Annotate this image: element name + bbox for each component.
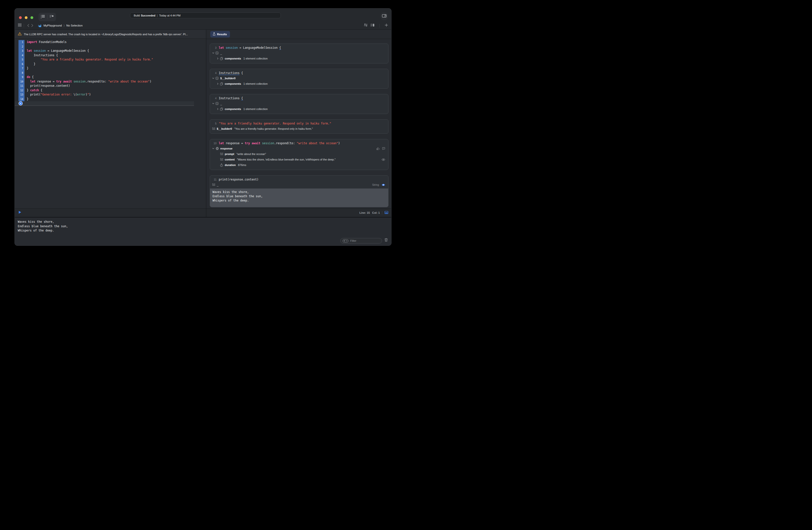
code-token: await bbox=[252, 142, 261, 145]
code-token: } bbox=[27, 67, 29, 70]
code-text: "You are a friendly haiku generator. Res… bbox=[25, 57, 153, 62]
inspector-toggle-button[interactable] bbox=[380, 12, 388, 20]
card-row-detail: "Waves kiss the shore, \nEndless blue be… bbox=[237, 158, 335, 161]
zoom-button[interactable] bbox=[30, 16, 33, 19]
card-row-label: prompt bbox=[225, 153, 234, 156]
console-filter-field[interactable] bbox=[340, 238, 382, 244]
sparkle-list-button[interactable] bbox=[47, 13, 56, 21]
list-navigator-button[interactable] bbox=[39, 13, 47, 21]
console-filter-input[interactable] bbox=[350, 239, 380, 242]
gutter-line-number[interactable]: 2 bbox=[18, 44, 25, 49]
thumbs-up-icon[interactable] bbox=[377, 147, 380, 150]
disclosure-chevron-right-icon[interactable] bbox=[217, 83, 220, 85]
swap-editors-button[interactable] bbox=[364, 23, 368, 28]
disclosure-chevron-right-icon[interactable] bbox=[217, 57, 220, 60]
add-editor-button[interactable] bbox=[385, 23, 388, 28]
disclosure-chevron-right-icon[interactable] bbox=[217, 108, 220, 110]
feedback-icon[interactable] bbox=[382, 147, 385, 150]
warning-text: The LLDB RPC server has crashed. The cra… bbox=[24, 33, 188, 36]
gutter-line-number[interactable]: 6 bbox=[18, 62, 25, 67]
card-row[interactable]: content"Waves kiss the shore, \nEndless … bbox=[210, 157, 388, 162]
gutter-line-number[interactable]: 10 bbox=[18, 80, 25, 84]
results-pane: Results 3let session = LanguageModelSess… bbox=[206, 30, 391, 217]
related-items-button[interactable] bbox=[18, 23, 21, 28]
code-token: ) bbox=[89, 93, 91, 96]
card-line-number: 4 bbox=[212, 96, 217, 101]
main-content: The LLDB RPC server has crashed. The cra… bbox=[15, 30, 391, 217]
card-row[interactable]: prompt"write about the occean" bbox=[210, 151, 388, 157]
close-button[interactable] bbox=[19, 16, 22, 19]
results-tab[interactable]: Results bbox=[210, 31, 230, 38]
string-value-icon bbox=[220, 158, 225, 161]
disclosure-chevron-down-icon[interactable] bbox=[212, 102, 216, 105]
disclosure-chevron-down-icon[interactable] bbox=[212, 147, 216, 150]
card-code-text: Instructions { bbox=[219, 96, 243, 101]
results-card-list: 3let session = LanguageModelSession {S_c… bbox=[206, 39, 391, 208]
card-row[interactable]: S_ bbox=[210, 101, 388, 106]
editor-options-button[interactable] bbox=[371, 23, 375, 28]
code-token: print(response.content) bbox=[219, 178, 259, 181]
code-line: 10 let response = try await session.resp… bbox=[15, 80, 206, 84]
quicklook-eye-icon[interactable] bbox=[381, 158, 385, 161]
disclosure-chevron-down-icon[interactable] bbox=[212, 77, 216, 80]
result-card: 11print(response.content)_StringWaves ki… bbox=[210, 175, 389, 207]
type-s-icon: S bbox=[216, 102, 220, 105]
card-row[interactable]: duration876ms bbox=[210, 162, 388, 168]
card-row[interactable]: components1 element collection bbox=[210, 56, 388, 61]
results-tab-bar: Results bbox=[206, 30, 391, 39]
activity-status-pill[interactable]: Build Succeeded | Today at 4:44 PM bbox=[130, 13, 281, 18]
gutter-line-number[interactable]: 9 bbox=[18, 75, 25, 80]
card-row[interactable]: S_ bbox=[210, 50, 388, 56]
collection-icon bbox=[220, 108, 225, 111]
gutter-line-number[interactable]: 4 bbox=[18, 53, 25, 58]
code-token: "You are a friendly haiku generator. Res… bbox=[219, 122, 331, 125]
code-text: } bbox=[25, 66, 29, 71]
code-token: FoundationModels bbox=[37, 40, 67, 44]
code-token: } bbox=[27, 88, 30, 92]
gutter-line-number[interactable]: 12 bbox=[18, 88, 25, 93]
code-token: .respond(to: bbox=[274, 142, 297, 145]
source-editor[interactable]: 1import FoundationModels23let session = … bbox=[15, 39, 206, 208]
card-row[interactable]: components1 element collection bbox=[210, 81, 388, 86]
lldb-warning-banner[interactable]: The LLDB RPC server has crashed. The cra… bbox=[15, 30, 206, 39]
forward-button[interactable] bbox=[31, 24, 33, 27]
gutter-line-number[interactable]: 8 bbox=[18, 71, 25, 75]
inline-run-button[interactable] bbox=[18, 101, 23, 105]
desktop: { "titlebar": { "build_prefix": "Build",… bbox=[0, 0, 406, 265]
gutter-line-number[interactable]: 1 bbox=[18, 40, 25, 44]
gutter-line-number[interactable]: 14 bbox=[18, 97, 25, 101]
xcode-playground-window: Build Succeeded | Today at 4:44 PM bbox=[14, 8, 392, 246]
current-line-row bbox=[15, 101, 194, 106]
card-row[interactable]: S$__builder0 bbox=[210, 75, 388, 81]
gutter-line-number[interactable]: 11 bbox=[18, 84, 25, 88]
code-token: print( bbox=[27, 93, 41, 96]
value-type-badge: String bbox=[372, 183, 379, 186]
gutter-line-number[interactable]: 13 bbox=[18, 92, 25, 97]
code-token: } bbox=[27, 62, 35, 66]
gutter-line-number[interactable]: 5 bbox=[18, 57, 25, 62]
card-row[interactable]: _String bbox=[210, 182, 388, 187]
back-button[interactable] bbox=[27, 24, 29, 27]
card-row[interactable]: response bbox=[210, 146, 388, 151]
code-line: 4 Instructions { bbox=[15, 53, 206, 58]
breadcrumb-project[interactable]: MyPlayground bbox=[44, 24, 62, 27]
breadcrumb-selection[interactable]: No Selection bbox=[66, 24, 83, 27]
gutter-line-number[interactable]: 7 bbox=[18, 66, 25, 71]
swift-playground-icon bbox=[38, 24, 42, 28]
code-token: = LanguageModelSession { bbox=[46, 49, 89, 53]
card-row-detail: 1 element collection bbox=[243, 82, 267, 85]
disclosure-chevron-down-icon[interactable] bbox=[212, 52, 216, 54]
console-line: Waves kiss the shore, bbox=[18, 220, 68, 224]
code-token: \( bbox=[73, 93, 77, 96]
minimize-button[interactable] bbox=[25, 16, 28, 19]
code-text: import FoundationModels bbox=[25, 40, 67, 44]
code-token bbox=[250, 142, 252, 145]
console-toggle-button[interactable] bbox=[385, 211, 388, 215]
code-line: 1import FoundationModels bbox=[15, 40, 206, 44]
card-row[interactable]: components1 element collection bbox=[210, 106, 388, 112]
card-row[interactable]: $__builder0"You are a friendly haiku gen… bbox=[210, 126, 388, 131]
run-playground-button[interactable] bbox=[18, 211, 21, 215]
gutter-line-number[interactable]: 3 bbox=[18, 49, 25, 53]
quicklook-eye-icon[interactable] bbox=[381, 184, 385, 186]
clear-console-button[interactable] bbox=[385, 238, 388, 243]
